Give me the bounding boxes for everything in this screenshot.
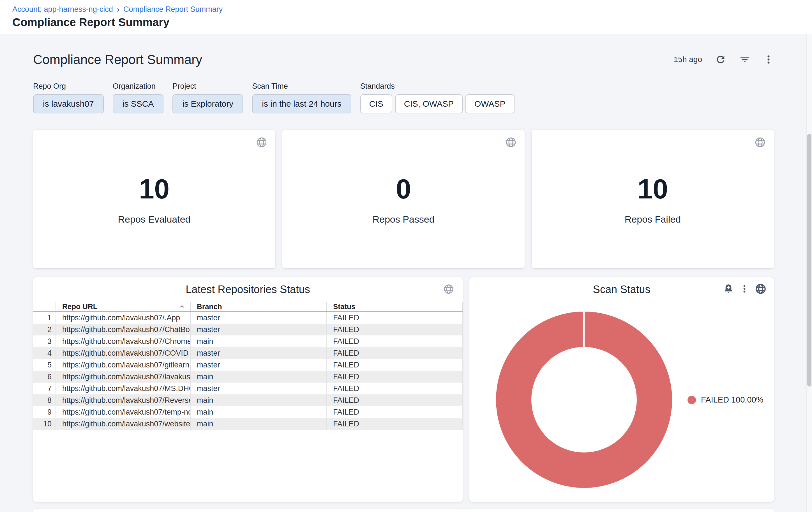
- refresh-icon: [715, 54, 726, 65]
- stat-card-repos-failed: 10 Repos Failed: [532, 130, 774, 268]
- globe-icon[interactable]: [443, 284, 454, 295]
- breadcrumb-account-link[interactable]: Account: app-harness-ng-cicd: [12, 5, 113, 14]
- row-index: 3: [33, 335, 56, 347]
- dashboard-header: Compliance Report Summary 15h ago: [33, 52, 774, 68]
- legend-failed-label: FAILED 100.00%: [701, 395, 763, 404]
- cell-repo-url: https://github.com/lavakush07/gitlearni…: [56, 359, 190, 371]
- repo-table-card: Latest Repositories Status Repo URL Bran…: [33, 277, 463, 502]
- globe-icon[interactable]: [505, 136, 517, 148]
- scan-card-actions: [723, 283, 766, 295]
- cell-repo-url: https://github.com/lavakush07/Chrome-…: [56, 335, 190, 347]
- cell-repo-url: https://github.com/lavakush07/lavakush…: [56, 371, 190, 383]
- column-header-status[interactable]: Status: [326, 302, 463, 311]
- repo-table: Repo URL Branch Status 1 https://github.…: [33, 302, 463, 430]
- table-row[interactable]: 4 https://github.com/lavakush07/COVID_T……: [33, 347, 463, 359]
- row-index: 7: [33, 383, 56, 395]
- table-row[interactable]: 7 https://github.com/lavakush07/MS.DHO… …: [33, 383, 463, 395]
- filter-chip-organization[interactable]: is SSCA: [113, 94, 164, 113]
- row-index: 10: [33, 418, 56, 430]
- breadcrumb: Account: app-harness-ng-cicd › Complianc…: [12, 5, 812, 14]
- filter-group-standards: Standards CIS CIS, OWASP OWASP: [360, 82, 515, 113]
- cell-status: FAILED: [326, 312, 463, 324]
- cell-branch: main: [190, 406, 326, 418]
- filter-label: Standards: [360, 82, 515, 91]
- cell-status: FAILED: [326, 395, 463, 406]
- table-row[interactable]: 10 https://github.com/lavakush07/website…: [33, 418, 463, 430]
- stat-card-row: 10 Repos Evaluated 0 Repos Passed 10 Rep…: [33, 130, 774, 268]
- legend-item-failed[interactable]: FAILED 100.00%: [688, 395, 763, 404]
- standards-option-cis-owasp[interactable]: CIS, OWASP: [395, 94, 463, 113]
- table-row[interactable]: 3 https://github.com/lavakush07/Chrome-……: [33, 335, 463, 347]
- cell-branch: master: [190, 359, 326, 371]
- table-header-row: Repo URL Branch Status: [33, 302, 463, 312]
- filter-chip-project[interactable]: is Exploratory: [172, 94, 243, 113]
- cell-branch: main: [190, 335, 326, 347]
- vertical-scrollbar[interactable]: [806, 34, 812, 512]
- alert-button[interactable]: [723, 283, 734, 294]
- table-row[interactable]: 1 https://github.com/lavakush07/.App mas…: [33, 312, 463, 324]
- cell-status: FAILED: [326, 406, 463, 418]
- breadcrumb-page-link[interactable]: Compliance Report Summary: [123, 5, 223, 14]
- last-refreshed-label: 15h ago: [674, 55, 702, 64]
- globe-icon[interactable]: [256, 136, 267, 148]
- refresh-button[interactable]: [715, 54, 726, 65]
- cell-repo-url: https://github.com/lavakush07/MS.DHO…: [56, 383, 190, 395]
- stat-card-repos-evaluated: 10 Repos Evaluated: [33, 130, 276, 268]
- column-header-branch[interactable]: Branch: [190, 302, 326, 311]
- cell-repo-url: https://github.com/lavakush07/.App: [56, 312, 190, 324]
- table-row[interactable]: 9 https://github.com/lavakush07/temp-no……: [33, 406, 463, 418]
- filter-group-organization: Organization is SSCA: [113, 82, 164, 113]
- stat-value: 0: [396, 175, 411, 203]
- cell-repo-url: https://github.com/lavakush07/ChatBot: [56, 324, 190, 335]
- cell-branch: main: [190, 395, 326, 406]
- table-row[interactable]: 8 https://github.com/lavakush07/Reverse-…: [33, 395, 463, 406]
- globe-icon[interactable]: [755, 283, 766, 295]
- scan-status-donut-chart[interactable]: [496, 312, 672, 488]
- filter-label: Project: [172, 82, 243, 91]
- cell-status: FAILED: [326, 371, 463, 383]
- standards-option-cis[interactable]: CIS: [360, 94, 392, 113]
- row-index: 1: [33, 312, 56, 324]
- filter-bar: Repo Org is lavakush07 Organization is S…: [33, 82, 774, 113]
- dashboard-more-button[interactable]: [763, 54, 774, 65]
- kebab-menu-icon: [740, 284, 749, 294]
- filter-label: Repo Org: [33, 82, 104, 91]
- table-title: Latest Repositories Status: [33, 284, 463, 296]
- globe-icon[interactable]: [754, 136, 766, 148]
- sort-ascending-icon: [178, 303, 185, 310]
- dashboard-filter-button[interactable]: [739, 54, 750, 65]
- row-index: 6: [33, 371, 56, 383]
- filter-group-project: Project is Exploratory: [172, 82, 243, 113]
- row-index: 5: [33, 359, 56, 371]
- scrollbar-thumb[interactable]: [807, 134, 811, 386]
- column-header-repo-url[interactable]: Repo URL: [56, 302, 190, 311]
- filter-label: Organization: [113, 82, 164, 91]
- cell-branch: master: [190, 324, 326, 335]
- cell-status: FAILED: [326, 383, 463, 395]
- scan-card-more-button[interactable]: [740, 284, 749, 294]
- stat-label: Repos Failed: [625, 214, 681, 225]
- cell-status: FAILED: [326, 359, 463, 371]
- next-card-partial: [33, 509, 774, 512]
- cell-branch: master: [190, 312, 326, 324]
- dashboard-actions: 15h ago: [674, 54, 774, 65]
- table-row[interactable]: 2 https://github.com/lavakush07/ChatBot …: [33, 324, 463, 335]
- stat-value: 10: [139, 175, 169, 203]
- table-row[interactable]: 6 https://github.com/lavakush07/lavakush…: [33, 371, 463, 383]
- column-header-index: [33, 302, 56, 311]
- top-header: Account: app-harness-ng-cicd › Complianc…: [0, 0, 812, 34]
- column-header-label: Status: [333, 302, 355, 311]
- column-header-label: Repo URL: [62, 302, 97, 311]
- dashboard-content: Compliance Report Summary 15h ago: [33, 34, 774, 512]
- filter-chip-scan-time[interactable]: is in the last 24 hours: [252, 94, 351, 113]
- cell-status: FAILED: [326, 418, 463, 430]
- stat-value: 10: [637, 175, 668, 203]
- standards-option-owasp[interactable]: OWASP: [465, 94, 515, 113]
- filter-chip-repo-org[interactable]: is lavakush07: [33, 94, 104, 113]
- cell-branch: master: [190, 383, 326, 395]
- cell-repo-url: https://github.com/lavakush07/temp-no…: [56, 406, 190, 418]
- table-row[interactable]: 5 https://github.com/lavakush07/gitlearn…: [33, 359, 463, 371]
- row-index: 2: [33, 324, 56, 335]
- cell-repo-url: https://github.com/lavakush07/website-1: [56, 418, 190, 430]
- standards-options: CIS CIS, OWASP OWASP: [360, 94, 515, 113]
